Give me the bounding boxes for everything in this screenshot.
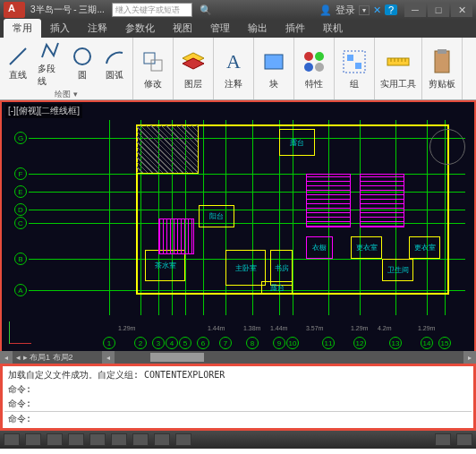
arc-icon — [104, 46, 125, 67]
tab-home[interactable]: 常用 — [4, 19, 41, 38]
login-dropdown[interactable]: ▾ — [359, 5, 370, 15]
room-dressing-2: 更衣室 — [409, 236, 440, 259]
tab-online[interactable]: 联机 — [314, 19, 352, 38]
login-link[interactable]: 登录 — [336, 4, 355, 17]
annotate-button[interactable]: A注释 — [219, 47, 248, 90]
measure-icon — [384, 47, 412, 76]
help-search-input[interactable]: 继入关键字或短语 — [112, 3, 192, 17]
circle-button[interactable]: 圆 — [70, 46, 95, 81]
help-icon[interactable]: ? — [385, 4, 397, 15]
scroll-right-arrow[interactable]: ▸ — [463, 351, 476, 364]
search-icon[interactable]: 🔍 — [200, 4, 212, 16]
axis-col-9: 9 — [273, 337, 285, 349]
axis-col-6: 6 — [197, 337, 209, 349]
block-label: 块 — [269, 78, 278, 90]
app-logo-icon[interactable] — [4, 2, 25, 18]
tab-plugins[interactable]: 插件 — [276, 19, 314, 38]
layout-tab-bar: ◂ ◂ ▸ 布局1 布局2 ◂ ▸ — [0, 351, 476, 364]
dim-3: 1.38m — [243, 325, 260, 331]
layer-button[interactable]: 图层 — [179, 47, 208, 90]
svg-rect-9 — [344, 51, 365, 73]
lwt-button[interactable] — [175, 433, 191, 446]
ducs-button[interactable] — [132, 433, 149, 446]
arc-button[interactable]: 圆弧 — [102, 46, 127, 81]
axis-col-10: 10 — [286, 337, 299, 349]
snap-button[interactable] — [4, 433, 20, 446]
modify-button[interactable]: 修改 — [139, 47, 167, 90]
axis-col-14: 14 — [421, 337, 433, 349]
ribbon-panel: 直线 多段线 圆 圆弧 绘图 ▾ 修改 图层 A注释 块 特性 组 实用工具 剪… — [0, 38, 476, 100]
osnap-button[interactable] — [89, 433, 106, 446]
utilities-button[interactable]: 实用工具 — [380, 47, 416, 90]
axis-row-f: F — [14, 167, 27, 180]
group-icon — [340, 47, 369, 76]
text-icon: A — [219, 47, 248, 76]
scroll-left-arrow[interactable]: ◂ — [102, 351, 115, 364]
workspace-button[interactable] — [456, 433, 472, 446]
viewcube[interactable] — [429, 129, 465, 165]
layer-label: 图层 — [184, 78, 202, 90]
properties-button[interactable]: 特性 — [300, 47, 328, 90]
stairs-2 — [360, 174, 404, 227]
user-icon: 👤 — [319, 4, 332, 16]
drawing-canvas[interactable]: [-][俯视][二维线框] G F E D C B A 1 2 3 4 5 6 … — [0, 100, 476, 351]
otrack-button[interactable] — [111, 433, 127, 446]
draw-group-title[interactable]: 绘图 ▾ — [55, 88, 78, 100]
svg-point-7 — [304, 63, 313, 72]
circle-label: 圆 — [78, 69, 87, 81]
axis-row-c: C — [14, 217, 27, 229]
line-button[interactable]: 直线 — [5, 46, 30, 81]
exchange-icon[interactable]: ✕ — [373, 4, 381, 16]
dim-2: 1.44m — [208, 325, 225, 331]
cmd-input[interactable]: 命令: — [4, 411, 472, 426]
axis-col-4: 4 — [166, 337, 178, 349]
maximize-button[interactable]: □ — [428, 3, 449, 17]
axis-row-b: B — [14, 253, 27, 265]
axis-col-2: 2 — [134, 337, 147, 349]
clipboard-button[interactable]: 剪贴板 — [428, 47, 456, 90]
svg-point-1 — [74, 48, 90, 64]
model-button[interactable] — [435, 433, 451, 446]
close-button[interactable]: ✕ — [451, 3, 472, 17]
room-bathroom: 卫生间 — [382, 259, 413, 281]
viewport-label[interactable]: [-][俯视][二维线框] — [5, 104, 82, 118]
line-icon — [7, 46, 29, 67]
minimize-button[interactable]: ─ — [404, 3, 426, 17]
properties-icon — [300, 47, 328, 76]
command-window[interactable]: 加载自定义文件成功。自定义组: CONTENTEXPLORER 命令: 命令: … — [0, 364, 476, 431]
hatch-area — [136, 124, 199, 174]
svg-line-0 — [10, 48, 26, 64]
tab-output[interactable]: 输出 — [239, 19, 276, 38]
svg-rect-10 — [347, 55, 353, 61]
dim-8: 1.29m — [418, 325, 435, 331]
svg-point-6 — [315, 52, 324, 61]
clipboard-icon — [428, 47, 456, 76]
polar-button[interactable] — [68, 433, 84, 446]
dim-5: 3.57m — [306, 325, 323, 331]
modify-label: 修改 — [144, 78, 162, 90]
polyline-button[interactable]: 多段线 — [38, 39, 63, 88]
tab-view[interactable]: 视图 — [164, 19, 201, 38]
group-button[interactable]: 组 — [340, 47, 369, 90]
svg-rect-4 — [265, 55, 283, 69]
dyn-button[interactable] — [154, 433, 170, 446]
room-balcony: 阳台 — [199, 205, 234, 227]
ortho-button[interactable] — [47, 433, 63, 446]
axis-col-11: 11 — [322, 337, 335, 349]
room-closet: 衣橱 — [306, 236, 333, 259]
tab-parametric[interactable]: 参数化 — [116, 19, 164, 38]
tab-insert[interactable]: 插入 — [41, 19, 79, 38]
utilities-label: 实用工具 — [380, 78, 416, 90]
h-scroll-thumb[interactable] — [150, 353, 204, 362]
axis-col-8: 8 — [246, 337, 259, 349]
layout-tabs[interactable]: ◂ ▸ 布局1 布局2 — [13, 352, 102, 364]
axis-col-12: 12 — [353, 337, 366, 349]
tab-annotate[interactable]: 注释 — [79, 19, 116, 38]
block-button[interactable]: 块 — [259, 47, 288, 90]
modify-icon — [139, 47, 167, 76]
annotate-label: 注释 — [225, 78, 242, 90]
grid-button[interactable] — [25, 433, 41, 446]
scroll-left-button[interactable]: ◂ — [0, 351, 13, 364]
dim-1: 1.29m — [118, 325, 135, 331]
tab-manage[interactable]: 管理 — [201, 19, 239, 38]
